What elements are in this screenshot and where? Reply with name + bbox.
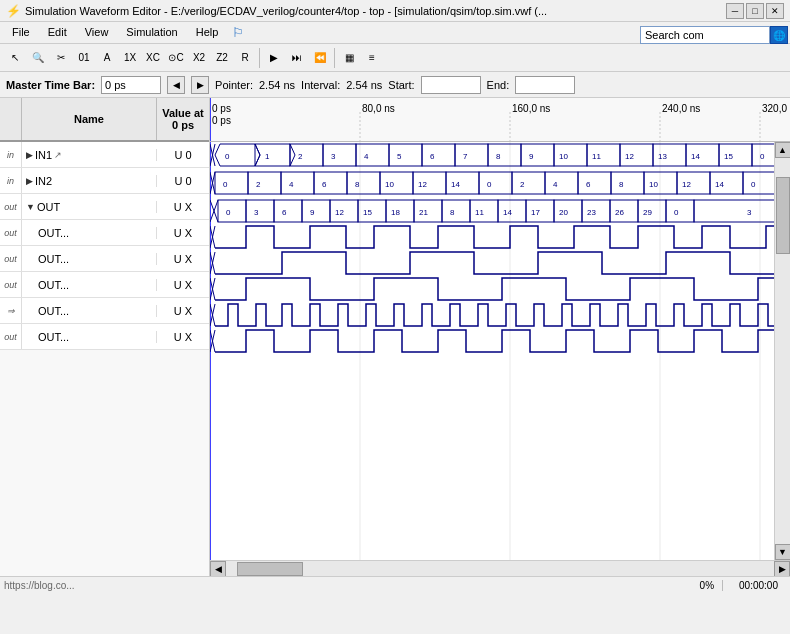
next-time-button[interactable]: ▶ <box>191 76 209 94</box>
signal-row-out4[interactable]: out OUT... U X <box>0 324 209 350</box>
svg-text:6: 6 <box>430 152 435 161</box>
svg-text:2: 2 <box>298 152 303 161</box>
end-label: End: <box>487 79 510 91</box>
out-label: OUT <box>37 201 60 213</box>
end-input[interactable] <box>515 76 575 94</box>
pointer-label: Pointer: <box>215 79 253 91</box>
vertical-scrollbar[interactable]: ▲ ▼ <box>774 142 790 560</box>
out1-value-cell: U X <box>157 253 209 265</box>
vscroll-thumb[interactable] <box>776 177 790 254</box>
in1-expand[interactable]: ▶ <box>26 150 33 160</box>
count-hex-button[interactable]: A <box>96 47 118 69</box>
title-bar: ⚡ Simulation Waveform Editor - E:/verilo… <box>0 0 790 22</box>
svg-marker-20 <box>255 144 290 166</box>
out-expand[interactable]: ▼ <box>26 202 35 212</box>
svg-text:26: 26 <box>615 208 624 217</box>
out0-waveform <box>210 226 774 248</box>
count-z-button[interactable]: Z2 <box>211 47 233 69</box>
svg-text:23: 23 <box>587 208 596 217</box>
vscroll-track <box>775 158 791 544</box>
maximize-button[interactable]: □ <box>746 3 764 19</box>
signal-row-out1[interactable]: out OUT... U X <box>0 246 209 272</box>
out0-icon-cell: out <box>0 220 22 245</box>
icon-col-header <box>0 98 22 140</box>
minimize-button[interactable]: ─ <box>726 3 744 19</box>
count-x-button[interactable]: X2 <box>188 47 210 69</box>
out3-value-cell: U X <box>157 305 209 317</box>
signal-row-out2[interactable]: out OUT... U X <box>0 272 209 298</box>
in2-expand[interactable]: ▶ <box>26 176 33 186</box>
search-globe-button[interactable]: 🌐 <box>770 26 788 44</box>
signal-row-in1[interactable]: in ▶ IN1 ↗ U 0 <box>0 142 209 168</box>
menu-help[interactable]: Help <box>188 24 227 40</box>
menu-file[interactable]: File <box>4 24 38 40</box>
count-inv-button[interactable]: XC <box>142 47 164 69</box>
svg-text:1: 1 <box>265 152 270 161</box>
out0-value-cell: U X <box>157 227 209 239</box>
svg-text:320,0 ns: 320,0 ns <box>762 103 790 114</box>
scroll-right-button[interactable]: ▶ <box>774 561 790 577</box>
menu-edit[interactable]: Edit <box>40 24 75 40</box>
svg-text:12: 12 <box>418 180 427 189</box>
svg-text:29: 29 <box>643 208 652 217</box>
svg-text:10: 10 <box>649 180 658 189</box>
svg-rect-63 <box>248 172 281 194</box>
signal-row-out3[interactable]: ⇒ OUT... U X <box>0 298 209 324</box>
zoom-in-button[interactable]: 🔍 <box>27 47 49 69</box>
hscroll-thumb[interactable] <box>237 562 303 576</box>
out4-value-cell: U X <box>157 331 209 343</box>
interval-value: 2.54 ns <box>346 79 382 91</box>
window-title: Simulation Waveform Editor - E:/verilog/… <box>25 5 726 17</box>
master-time-input[interactable] <box>101 76 161 94</box>
rewind-button[interactable]: ⏪ <box>309 47 331 69</box>
pointer-tool-button[interactable]: ↖ <box>4 47 26 69</box>
svg-text:0: 0 <box>226 208 231 217</box>
out3-icon-cell: ⇒ <box>0 298 22 323</box>
svg-rect-83 <box>578 172 611 194</box>
start-input[interactable] <box>421 76 481 94</box>
in2-name-cell: ▶ IN2 <box>22 175 157 187</box>
count-clk-button[interactable]: ⊙C <box>165 47 187 69</box>
svg-text:0 ps: 0 ps <box>212 115 231 126</box>
step-button[interactable]: ⏭ <box>286 47 308 69</box>
bus-button[interactable]: ≡ <box>361 47 383 69</box>
rand-button[interactable]: R <box>234 47 256 69</box>
svg-text:0 ps: 0 ps <box>212 103 231 114</box>
out2-name-cell: OUT... <box>22 279 157 291</box>
scroll-left-button[interactable]: ◀ <box>210 561 226 577</box>
svg-rect-115 <box>442 200 470 222</box>
signal-row-in2[interactable]: in ▶ IN2 U 0 <box>0 168 209 194</box>
signal-row-out[interactable]: out ▼ OUT U X <box>0 194 209 220</box>
svg-line-22 <box>255 155 260 166</box>
cut-button[interactable]: ✂ <box>50 47 72 69</box>
status-zoom: 0% <box>692 580 723 591</box>
horizontal-scrollbar[interactable]: ◀ ▶ <box>210 560 790 576</box>
signal-row-out0[interactable]: out OUT... U X <box>0 220 209 246</box>
out2-icon-cell: out <box>0 272 22 297</box>
menu-view[interactable]: View <box>77 24 117 40</box>
scroll-down-button[interactable]: ▼ <box>775 544 791 560</box>
grid-button[interactable]: ▦ <box>338 47 360 69</box>
svg-text:6: 6 <box>322 180 327 189</box>
prev-time-button[interactable]: ◀ <box>167 76 185 94</box>
svg-text:4: 4 <box>553 180 558 189</box>
out-icon-cell: out <box>0 194 22 219</box>
master-time-bar: Master Time Bar: ◀ ▶ Pointer: 2.54 ns In… <box>0 72 790 98</box>
count-button[interactable]: 01 <box>73 47 95 69</box>
master-bar-label: Master Time Bar: <box>6 79 95 91</box>
close-button[interactable]: ✕ <box>766 3 784 19</box>
out0-name-cell: OUT... <box>22 227 157 239</box>
scroll-up-button[interactable]: ▲ <box>775 142 791 158</box>
status-url: https://blog.co... <box>4 580 684 591</box>
play-button[interactable]: ▶ <box>263 47 285 69</box>
count-val-button[interactable]: 1X <box>119 47 141 69</box>
svg-text:0: 0 <box>223 180 228 189</box>
svg-text:15: 15 <box>363 208 372 217</box>
svg-rect-37 <box>455 144 488 166</box>
out4-icon-cell: out <box>0 324 22 349</box>
search-input[interactable] <box>640 26 770 44</box>
start-label: Start: <box>388 79 414 91</box>
svg-text:0: 0 <box>225 152 230 161</box>
out4-name-cell: OUT... <box>22 331 157 343</box>
menu-simulation[interactable]: Simulation <box>118 24 185 40</box>
